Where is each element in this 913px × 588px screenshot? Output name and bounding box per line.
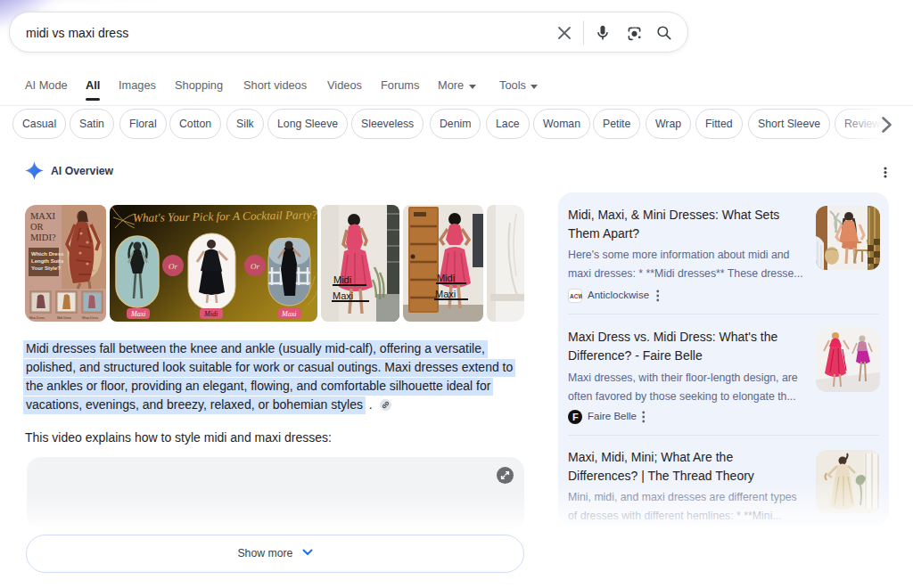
svg-text:Midi: Midi [203,310,218,318]
svg-text:Your Style?: Your Style? [31,265,61,271]
svg-text:Wrap Dress: Wrap Dress [82,316,98,320]
svg-text:Maxi Dress: Maxi Dress [29,316,45,320]
svg-text:Or: Or [251,262,259,271]
svg-text:F: F [572,412,579,422]
svg-text:MAXI: MAXI [30,211,56,221]
svg-text:ACW: ACW [570,293,582,299]
svg-text:Maxi: Maxi [281,310,296,318]
svg-text:MIDI?: MIDI? [30,233,56,242]
svg-text:Length Suits: Length Suits [31,258,64,264]
svg-text:OR: OR [30,222,44,232]
svg-text:Maxi: Maxi [333,290,353,301]
svg-text:Or: Or [169,262,177,271]
svg-text:Midi: Midi [437,273,455,283]
svg-text:Midi: Midi [333,274,351,285]
svg-text:Maxi: Maxi [435,289,456,299]
svg-text:Midi Dress: Midi Dress [57,316,71,320]
svg-text:Which Dress: Which Dress [31,251,64,257]
svg-text:Maxi: Maxi [130,310,145,318]
